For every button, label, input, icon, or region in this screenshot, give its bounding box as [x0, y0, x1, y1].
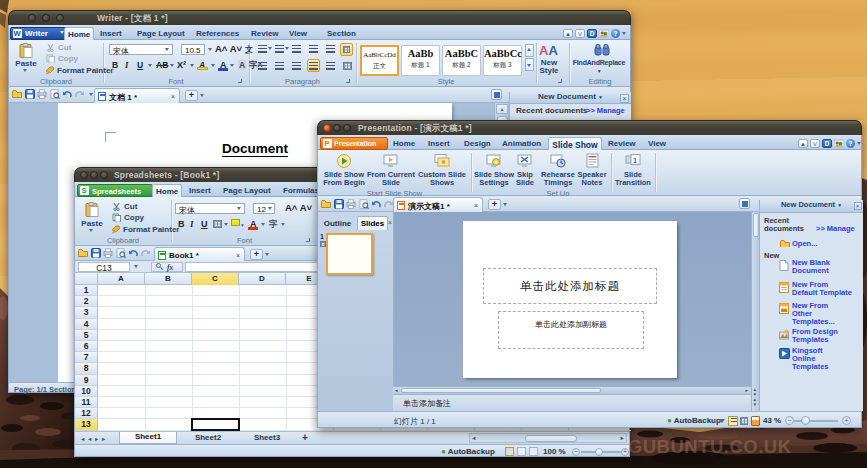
svg-text:1: 1: [633, 157, 637, 164]
